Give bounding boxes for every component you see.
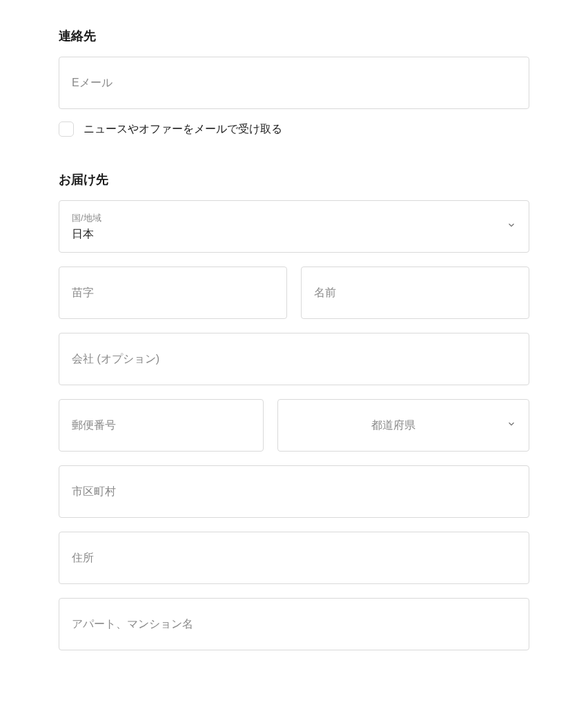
country-select[interactable]: 国/地域 日本	[59, 200, 529, 253]
apartment-field[interactable]	[59, 598, 529, 650]
company-wrapper	[59, 333, 529, 385]
company-field[interactable]	[59, 333, 529, 385]
country-select-value: 日本	[72, 227, 496, 242]
city-field[interactable]	[59, 465, 529, 518]
country-select-label: 国/地域	[72, 212, 496, 224]
postal-code-field[interactable]	[59, 399, 264, 452]
name-row	[59, 267, 529, 319]
newsletter-checkbox[interactable]	[59, 122, 74, 137]
chevron-down-icon	[507, 220, 516, 233]
first-name-field[interactable]	[301, 267, 529, 319]
newsletter-label: ニュースやオファーをメールで受け取る	[84, 122, 282, 137]
last-name-wrapper	[59, 267, 287, 319]
address-field[interactable]	[59, 532, 529, 584]
prefecture-select[interactable]: 都道府県	[277, 399, 529, 452]
contact-section: 連絡先 ニュースやオファーをメールで受け取る	[59, 28, 529, 137]
chevron-down-icon	[507, 419, 516, 432]
email-field-wrapper	[59, 57, 529, 109]
first-name-wrapper	[301, 267, 529, 319]
prefecture-placeholder: 都道府県	[371, 418, 415, 433]
delivery-title: お届け先	[59, 171, 529, 188]
address-wrapper	[59, 532, 529, 584]
newsletter-row: ニュースやオファーをメールで受け取る	[59, 122, 529, 137]
postal-prefecture-row: 都道府県	[59, 399, 529, 452]
postal-code-wrapper	[59, 399, 264, 452]
city-wrapper	[59, 465, 529, 518]
last-name-field[interactable]	[59, 267, 287, 319]
contact-title: 連絡先	[59, 28, 529, 44]
delivery-section: お届け先 国/地域 日本 都道府県	[59, 171, 529, 650]
email-field[interactable]	[59, 57, 529, 109]
apartment-wrapper	[59, 598, 529, 650]
